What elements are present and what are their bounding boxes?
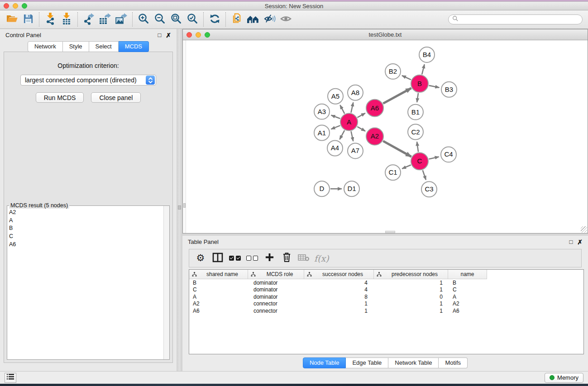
tab-motifs[interactable]: Motifs — [439, 357, 468, 368]
graph-node-A2[interactable]: A2 — [366, 128, 383, 145]
graph-node-A[interactable]: A — [340, 114, 358, 131]
memory-button[interactable]: Memory — [545, 373, 583, 383]
node-label: A5 — [331, 92, 339, 100]
export-table-button[interactable] — [97, 12, 113, 27]
tab-mcds[interactable]: MCDS — [119, 41, 149, 52]
graph-node-B1[interactable]: B1 — [408, 105, 423, 120]
home-button[interactable] — [245, 12, 261, 27]
task-history-button[interactable] — [5, 373, 16, 383]
graph-node-A7[interactable]: A7 — [348, 143, 363, 158]
mcds-result-item[interactable]: A6 — [7, 241, 169, 249]
table-row[interactable]: Bdominator41B — [189, 279, 583, 286]
search-field[interactable] — [448, 14, 583, 24]
mcds-result-item[interactable]: B — [7, 224, 169, 233]
column-header-successor-nodes[interactable]: successor nodes — [304, 270, 374, 279]
graph-node-A1[interactable]: A1 — [314, 125, 330, 141]
import-network-button[interactable] — [42, 12, 58, 27]
panel-divider[interactable] — [177, 29, 182, 371]
deselect-all-button[interactable] — [245, 252, 259, 265]
mcds-result-item[interactable]: C — [7, 233, 169, 241]
run-mcds-button[interactable]: Run MCDS — [36, 92, 84, 103]
tab-node-table[interactable]: Node Table — [303, 357, 346, 368]
node-label: A4 — [331, 144, 339, 152]
graph-node-B[interactable]: B — [411, 75, 428, 92]
column-header-name[interactable]: name — [448, 270, 487, 279]
graph-node-C[interactable]: C — [411, 152, 428, 170]
tab-network-table[interactable]: Network Table — [388, 357, 439, 368]
scrollbar-handle[interactable] — [183, 203, 186, 208]
refresh-button[interactable] — [206, 12, 223, 27]
float-table-panel-icon[interactable]: □ — [569, 239, 573, 245]
table-row[interactable]: Adominator80A — [189, 293, 583, 300]
mcds-result-item[interactable]: A2 — [7, 209, 169, 217]
graph-node-C1[interactable]: C1 — [385, 165, 401, 180]
graph-node-B3[interactable]: B3 — [441, 82, 457, 97]
save-floppy-icon — [23, 13, 34, 26]
network-window-titlebar[interactable]: testGlobe.txt — [183, 29, 588, 40]
graph-node-D[interactable]: D — [314, 181, 330, 196]
export-network-button[interactable] — [81, 12, 97, 27]
tab-select[interactable]: Select — [89, 41, 119, 52]
graph-node-B4[interactable]: B4 — [419, 47, 435, 62]
import-table-button[interactable] — [58, 12, 75, 27]
table-settings-button[interactable]: ⚙ — [194, 252, 207, 265]
tab-network[interactable]: Network — [28, 41, 63, 52]
resize-grip-icon[interactable] — [581, 226, 587, 233]
network-window-title: testGlobe.txt — [183, 31, 588, 38]
canvas-bottom-handle[interactable] — [385, 231, 395, 233]
graph-node-C2[interactable]: C2 — [408, 124, 423, 140]
zoom-out-button[interactable] — [152, 12, 168, 27]
zoom-in-button[interactable] — [135, 12, 152, 27]
show-panel-button[interactable] — [277, 12, 294, 27]
table-row[interactable]: A6connector11A6 — [189, 307, 583, 315]
tab-style[interactable]: Style — [63, 41, 89, 52]
table-row[interactable]: Cdominator41C — [189, 286, 583, 294]
network-canvas[interactable]: B4B2BB3A8A5A6A3B1AC2A1A2A4A7C4CC1C3DD1 — [183, 40, 588, 233]
divider-handle-icon[interactable] — [178, 205, 181, 210]
close-panel-icon[interactable]: ✗ — [166, 32, 171, 38]
graph-node-B2[interactable]: B2 — [385, 64, 401, 79]
mcds-result-item[interactable]: A — [7, 217, 169, 225]
graph-node-A8[interactable]: A8 — [348, 85, 363, 100]
graph-node-D1[interactable]: D1 — [344, 181, 359, 196]
edge-B-B3 — [429, 86, 440, 88]
zoom-selected-button[interactable] — [184, 12, 201, 27]
app-titlebar[interactable]: Session: New Session — [0, 2, 588, 10]
gear-icon: ⚙ — [196, 253, 205, 263]
add-column-button[interactable] — [263, 252, 276, 265]
tab-edge-table[interactable]: Edge Table — [346, 357, 388, 368]
column-header-mcds-role[interactable]: MCDS role — [248, 270, 304, 279]
graph-node-C4[interactable]: C4 — [441, 147, 456, 162]
result-list-scrollbar[interactable] — [163, 206, 169, 359]
delete-column-button[interactable] — [280, 252, 293, 265]
column-header-predecessor-nodes[interactable]: predecessor nodes — [374, 270, 448, 279]
table-row[interactable]: A2connector11A2 — [189, 300, 583, 308]
graph-node-C3[interactable]: C3 — [421, 181, 437, 197]
graph-node-A4[interactable]: A4 — [327, 140, 343, 156]
export-image-button[interactable] — [113, 12, 129, 27]
hide-panel-button[interactable] — [261, 12, 277, 27]
save-session-button[interactable] — [20, 12, 36, 27]
canvas-left-scrollbar[interactable] — [183, 40, 186, 233]
open-session-button[interactable] — [4, 12, 20, 27]
delete-table-button[interactable] — [297, 252, 311, 265]
app-window: Session: New Session — [0, 1, 588, 384]
network-graph[interactable]: B4B2BB3A8A5A6A3B1AC2A1A2A4A7C4CC1C3DD1 — [183, 40, 588, 233]
float-panel-icon[interactable]: □ — [158, 32, 161, 38]
graph-node-A5[interactable]: A5 — [328, 89, 343, 104]
close-table-panel-icon[interactable]: ✗ — [577, 239, 583, 245]
zoom-fit-button[interactable] — [168, 12, 184, 27]
graph-node-A3[interactable]: A3 — [314, 104, 330, 119]
toggle-columns-button[interactable] — [211, 252, 225, 265]
function-builder-button[interactable]: f(x) — [314, 252, 329, 265]
network-snapshot-button[interactable] — [229, 12, 245, 27]
close-panel-button[interactable]: Close panel — [91, 92, 141, 103]
node-label: C4 — [444, 150, 453, 158]
column-header-shared-name[interactable]: shared name — [189, 270, 248, 279]
search-input[interactable] — [461, 16, 578, 23]
graph-node-A6[interactable]: A6 — [366, 100, 383, 117]
import-network-icon — [44, 12, 56, 27]
criterion-select[interactable]: largest connected component (directed) — [20, 75, 156, 86]
cell-successor-nodes: 4 — [304, 280, 374, 286]
select-all-button[interactable] — [228, 252, 242, 265]
